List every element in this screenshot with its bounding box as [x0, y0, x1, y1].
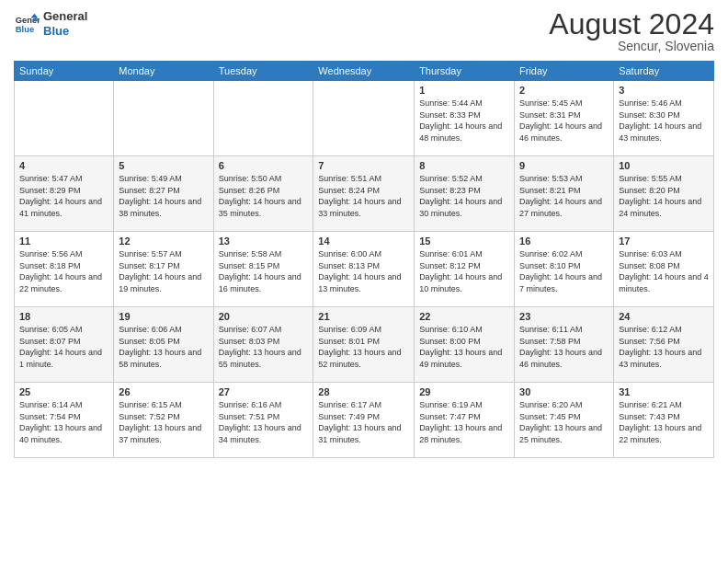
calendar-cell: 3Sunrise: 5:46 AM Sunset: 8:30 PM Daylig… [614, 81, 714, 156]
calendar-cell: 20Sunrise: 6:07 AM Sunset: 8:03 PM Dayli… [213, 307, 313, 383]
day-number: 6 [219, 160, 309, 171]
day-info: Sunrise: 6:07 AM Sunset: 8:03 PM Dayligh… [219, 324, 309, 370]
logo-general: General [43, 9, 87, 24]
calendar-cell: 10Sunrise: 5:55 AM Sunset: 8:20 PM Dayli… [614, 156, 714, 232]
day-number: 27 [219, 386, 309, 397]
calendar-cell [114, 81, 213, 156]
calendar-cell: 12Sunrise: 5:57 AM Sunset: 8:17 PM Dayli… [114, 232, 213, 307]
calendar-cell: 23Sunrise: 6:11 AM Sunset: 7:58 PM Dayli… [515, 307, 614, 383]
day-number: 26 [119, 386, 208, 397]
day-info: Sunrise: 5:51 AM Sunset: 8:24 PM Dayligh… [318, 173, 409, 219]
day-info: Sunrise: 5:45 AM Sunset: 8:31 PM Dayligh… [519, 98, 609, 144]
calendar-week-2: 4Sunrise: 5:47 AM Sunset: 8:29 PM Daylig… [15, 156, 714, 232]
calendar-week-4: 18Sunrise: 6:05 AM Sunset: 8:07 PM Dayli… [15, 307, 714, 383]
calendar-cell [213, 81, 313, 156]
day-number: 10 [619, 160, 709, 171]
col-sunday: Sunday [15, 62, 114, 81]
day-info: Sunrise: 5:55 AM Sunset: 8:20 PM Dayligh… [619, 173, 709, 219]
day-number: 11 [19, 236, 108, 247]
day-number: 21 [318, 311, 409, 322]
day-number: 29 [419, 386, 509, 397]
calendar-header-row: Sunday Monday Tuesday Wednesday Thursday… [15, 62, 714, 81]
day-info: Sunrise: 5:44 AM Sunset: 8:33 PM Dayligh… [419, 98, 509, 144]
day-info: Sunrise: 6:06 AM Sunset: 8:05 PM Dayligh… [119, 324, 208, 370]
calendar-cell: 16Sunrise: 6:02 AM Sunset: 8:10 PM Dayli… [515, 232, 614, 307]
svg-text:Blue: Blue [16, 25, 34, 34]
day-number: 22 [419, 311, 509, 322]
calendar-cell: 8Sunrise: 5:52 AM Sunset: 8:23 PM Daylig… [415, 156, 515, 232]
calendar-cell: 27Sunrise: 6:16 AM Sunset: 7:51 PM Dayli… [213, 383, 313, 458]
day-number: 4 [19, 160, 108, 171]
day-info: Sunrise: 6:05 AM Sunset: 8:07 PM Dayligh… [19, 324, 108, 370]
calendar-cell: 24Sunrise: 6:12 AM Sunset: 7:56 PM Dayli… [614, 307, 714, 383]
day-number: 19 [119, 311, 208, 322]
col-thursday: Thursday [415, 62, 515, 81]
day-number: 16 [519, 236, 609, 247]
calendar-cell [15, 81, 114, 156]
day-number: 17 [619, 236, 709, 247]
calendar-cell: 28Sunrise: 6:17 AM Sunset: 7:49 PM Dayli… [313, 383, 415, 458]
day-number: 31 [619, 386, 709, 397]
logo-blue: Blue [43, 24, 87, 39]
title-block: August 2024 Sencur, Slovenia [549, 9, 714, 53]
day-number: 28 [318, 386, 409, 397]
day-number: 18 [19, 311, 108, 322]
day-number: 20 [219, 311, 309, 322]
col-monday: Monday [114, 62, 213, 81]
day-number: 3 [619, 85, 709, 96]
day-number: 13 [219, 236, 309, 247]
calendar-cell: 25Sunrise: 6:14 AM Sunset: 7:54 PM Dayli… [15, 383, 114, 458]
day-info: Sunrise: 6:14 AM Sunset: 7:54 PM Dayligh… [19, 399, 108, 445]
page: General Blue General Blue August 2024 Se… [0, 0, 728, 563]
day-info: Sunrise: 5:50 AM Sunset: 8:26 PM Dayligh… [219, 173, 309, 219]
calendar-cell: 18Sunrise: 6:05 AM Sunset: 8:07 PM Dayli… [15, 307, 114, 383]
day-info: Sunrise: 6:12 AM Sunset: 7:56 PM Dayligh… [619, 324, 709, 370]
calendar-cell: 5Sunrise: 5:49 AM Sunset: 8:27 PM Daylig… [114, 156, 213, 232]
day-number: 9 [519, 160, 609, 171]
calendar-cell: 14Sunrise: 6:00 AM Sunset: 8:13 PM Dayli… [313, 232, 415, 307]
day-info: Sunrise: 5:53 AM Sunset: 8:21 PM Dayligh… [519, 173, 609, 219]
day-info: Sunrise: 6:21 AM Sunset: 7:43 PM Dayligh… [619, 399, 709, 445]
col-tuesday: Tuesday [213, 62, 313, 81]
day-info: Sunrise: 6:11 AM Sunset: 7:58 PM Dayligh… [519, 324, 609, 370]
calendar-cell: 30Sunrise: 6:20 AM Sunset: 7:45 PM Dayli… [515, 383, 614, 458]
calendar-week-1: 1Sunrise: 5:44 AM Sunset: 8:33 PM Daylig… [15, 81, 714, 156]
day-info: Sunrise: 6:09 AM Sunset: 8:01 PM Dayligh… [318, 324, 409, 370]
location: Sencur, Slovenia [549, 39, 714, 53]
day-info: Sunrise: 5:47 AM Sunset: 8:29 PM Dayligh… [19, 173, 108, 219]
col-saturday: Saturday [614, 62, 714, 81]
logo-icon: General Blue [14, 11, 40, 37]
day-info: Sunrise: 6:20 AM Sunset: 7:45 PM Dayligh… [519, 399, 609, 445]
day-number: 25 [19, 386, 108, 397]
calendar-table: Sunday Monday Tuesday Wednesday Thursday… [14, 61, 714, 458]
calendar-week-5: 25Sunrise: 6:14 AM Sunset: 7:54 PM Dayli… [15, 383, 714, 458]
calendar-cell: 4Sunrise: 5:47 AM Sunset: 8:29 PM Daylig… [15, 156, 114, 232]
header: General Blue General Blue August 2024 Se… [14, 9, 714, 53]
calendar-cell [313, 81, 415, 156]
day-info: Sunrise: 5:57 AM Sunset: 8:17 PM Dayligh… [119, 248, 208, 294]
calendar-cell: 7Sunrise: 5:51 AM Sunset: 8:24 PM Daylig… [313, 156, 415, 232]
calendar-cell: 31Sunrise: 6:21 AM Sunset: 7:43 PM Dayli… [614, 383, 714, 458]
day-number: 2 [519, 85, 609, 96]
calendar-cell: 13Sunrise: 5:58 AM Sunset: 8:15 PM Dayli… [213, 232, 313, 307]
day-number: 24 [619, 311, 709, 322]
day-number: 30 [519, 386, 609, 397]
calendar-cell: 19Sunrise: 6:06 AM Sunset: 8:05 PM Dayli… [114, 307, 213, 383]
day-info: Sunrise: 6:17 AM Sunset: 7:49 PM Dayligh… [318, 399, 409, 445]
calendar-cell: 21Sunrise: 6:09 AM Sunset: 8:01 PM Dayli… [313, 307, 415, 383]
day-number: 12 [119, 236, 208, 247]
day-info: Sunrise: 6:01 AM Sunset: 8:12 PM Dayligh… [419, 248, 509, 294]
calendar-cell: 15Sunrise: 6:01 AM Sunset: 8:12 PM Dayli… [415, 232, 515, 307]
calendar-cell: 9Sunrise: 5:53 AM Sunset: 8:21 PM Daylig… [515, 156, 614, 232]
day-info: Sunrise: 6:03 AM Sunset: 8:08 PM Dayligh… [619, 248, 709, 294]
day-info: Sunrise: 5:56 AM Sunset: 8:18 PM Dayligh… [19, 248, 108, 294]
calendar-cell: 29Sunrise: 6:19 AM Sunset: 7:47 PM Dayli… [415, 383, 515, 458]
day-number: 5 [119, 160, 208, 171]
day-info: Sunrise: 5:58 AM Sunset: 8:15 PM Dayligh… [219, 248, 309, 294]
calendar-cell: 17Sunrise: 6:03 AM Sunset: 8:08 PM Dayli… [614, 232, 714, 307]
day-info: Sunrise: 6:19 AM Sunset: 7:47 PM Dayligh… [419, 399, 509, 445]
day-info: Sunrise: 6:00 AM Sunset: 8:13 PM Dayligh… [318, 248, 409, 294]
day-number: 23 [519, 311, 609, 322]
day-info: Sunrise: 5:49 AM Sunset: 8:27 PM Dayligh… [119, 173, 208, 219]
day-info: Sunrise: 6:10 AM Sunset: 8:00 PM Dayligh… [419, 324, 509, 370]
